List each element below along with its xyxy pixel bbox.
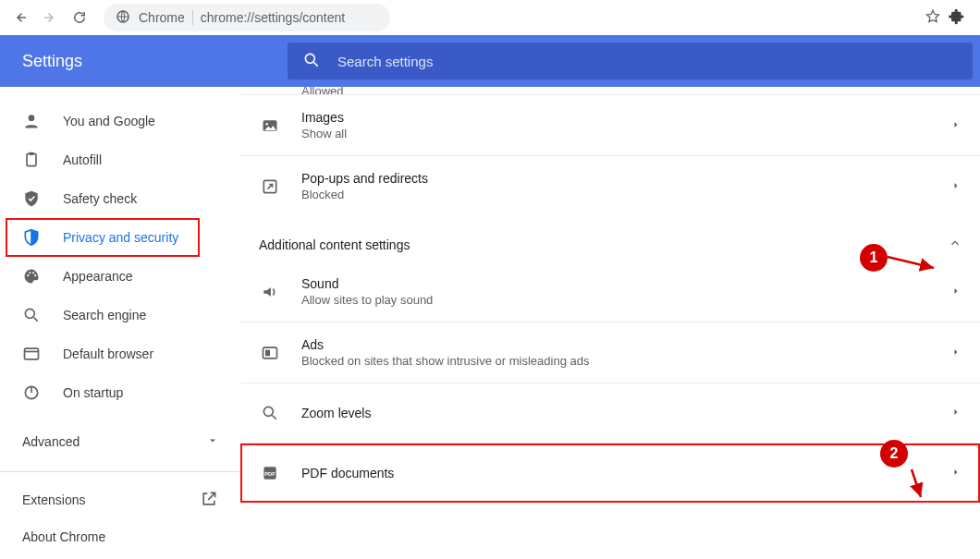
search-placeholder: Search settings: [337, 54, 433, 69]
row-title: Images: [301, 110, 930, 125]
sidebar-item-on-startup[interactable]: On startup: [0, 373, 240, 412]
pdf-icon: PDF: [259, 464, 281, 482]
browser-label: Chrome: [139, 10, 185, 25]
content-row-zoom-levels[interactable]: Zoom levels: [240, 383, 980, 443]
content-row-popups[interactable]: Pop-ups and redirects Blocked: [240, 156, 980, 216]
sidebar-item-label: Default browser: [63, 346, 153, 361]
svg-rect-4: [30, 152, 34, 155]
row-title: Sound: [301, 276, 930, 291]
chevron-right-icon: [950, 466, 962, 480]
svg-point-6: [29, 272, 31, 273]
sidebar-item-label: Safety check: [63, 191, 137, 206]
section-title-text: Additional content settings: [259, 237, 410, 252]
sidebar-item-safety-check[interactable]: Safety check: [0, 179, 240, 218]
annotation-badge-1: 1: [860, 244, 888, 272]
palette-icon: [22, 267, 41, 286]
svg-point-9: [25, 309, 34, 318]
sidebar-item-default-browser[interactable]: Default browser: [0, 334, 240, 373]
chevron-up-icon: [949, 237, 962, 249]
settings-header: Settings Search settings: [0, 35, 980, 87]
ad-icon: [259, 344, 281, 362]
row-subtitle: Blocked on sites that show intrusive or …: [301, 354, 930, 368]
address-bar[interactable]: Chrome chrome://settings/content: [104, 4, 390, 31]
chevron-right-icon: [950, 406, 962, 420]
content-row-images[interactable]: Images Show all: [240, 95, 980, 155]
svg-text:PDF: PDF: [264, 471, 276, 477]
image-icon: [259, 116, 281, 135]
sidebar-item-label: Autofill: [63, 152, 102, 167]
sidebar-item-label: Privacy and security: [63, 230, 178, 245]
row-subtitle: Allow sites to play sound: [301, 293, 930, 307]
chevron-right-icon: [950, 118, 962, 133]
sidebar-item-about-chrome[interactable]: About Chrome: [0, 518, 240, 555]
clipboard-icon: [22, 151, 41, 169]
browser-icon: [22, 345, 41, 363]
about-label: About Chrome: [22, 529, 105, 544]
row-subtitle: Blocked: [301, 188, 930, 201]
site-info-icon[interactable]: [115, 8, 131, 28]
extensions-label: Extensions: [22, 492, 85, 507]
collapse-button[interactable]: [949, 237, 962, 252]
content-row-ads[interactable]: Ads Blocked on sites that show intrusive…: [240, 322, 980, 383]
power-icon: [22, 383, 41, 402]
sidebar-item-you-and-google[interactable]: You and Google: [0, 102, 240, 140]
star-icon[interactable]: [925, 8, 941, 28]
search-icon: [22, 306, 41, 324]
settings-content: Allowed Images Show all Pop-ups and redi…: [240, 87, 980, 559]
svg-point-2: [29, 115, 35, 121]
browser-toolbar: Chrome chrome://settings/content: [0, 0, 980, 35]
divider: [192, 10, 193, 25]
content-row-pdf-documents[interactable]: PDF PDF documents: [240, 444, 980, 503]
svg-point-7: [32, 272, 34, 273]
svg-point-5: [27, 274, 29, 276]
open-external-icon: [200, 490, 218, 511]
sidebar-item-search-engine[interactable]: Search engine: [0, 296, 240, 334]
arrow-right-icon: [42, 9, 58, 26]
reload-icon: [71, 9, 88, 26]
sidebar-item-autofill[interactable]: Autofill: [0, 140, 240, 179]
zoom-icon: [259, 404, 281, 422]
divider: [0, 471, 240, 472]
sidebar-item-label: Appearance: [63, 269, 133, 284]
shield-check-icon: [22, 189, 41, 208]
popup-icon: [259, 177, 281, 196]
annotation-badge-2: 2: [880, 440, 908, 468]
sidebar-item-label: On startup: [63, 385, 123, 400]
settings-sidebar: You and Google Autofill Safety check Pri…: [0, 87, 240, 559]
extensions-icon[interactable]: [949, 8, 965, 28]
sidebar-advanced-toggle[interactable]: Advanced: [0, 421, 240, 462]
row-title: Zoom levels: [301, 406, 930, 420]
settings-title: Settings: [0, 52, 288, 71]
svg-point-8: [34, 274, 36, 276]
svg-rect-3: [27, 153, 36, 165]
search-icon: [302, 51, 321, 72]
row-title: Pop-ups and redirects: [301, 171, 930, 186]
reload-button[interactable]: [67, 5, 92, 30]
forward-button[interactable]: [37, 5, 63, 30]
row-subtitle: Show all: [301, 127, 930, 140]
shield-icon: [22, 228, 41, 247]
sound-icon: [259, 283, 281, 301]
svg-rect-10: [25, 348, 39, 359]
sidebar-item-appearance[interactable]: Appearance: [0, 257, 240, 296]
chevron-right-icon: [950, 346, 962, 360]
sidebar-item-label: You and Google: [63, 114, 155, 128]
svg-point-13: [265, 123, 268, 126]
chevron-down-icon: [207, 434, 218, 449]
row-title: Ads: [301, 337, 930, 352]
sidebar-item-label: Search engine: [63, 308, 146, 322]
svg-point-17: [263, 407, 273, 416]
sidebar-item-extensions[interactable]: Extensions: [0, 481, 240, 518]
svg-point-1: [305, 54, 314, 63]
sidebar-item-privacy-security[interactable]: Privacy and security: [6, 218, 200, 257]
chevron-right-icon: [950, 179, 962, 194]
person-icon: [22, 112, 41, 130]
url-text: chrome://settings/content: [201, 10, 345, 25]
back-button[interactable]: [7, 5, 33, 30]
search-settings-input[interactable]: Search settings: [288, 43, 973, 79]
row-title: PDF documents: [301, 466, 930, 480]
truncated-status: Allowed: [301, 87, 344, 94]
advanced-label: Advanced: [22, 434, 80, 449]
svg-rect-16: [265, 349, 270, 356]
chevron-right-icon: [950, 285, 962, 299]
